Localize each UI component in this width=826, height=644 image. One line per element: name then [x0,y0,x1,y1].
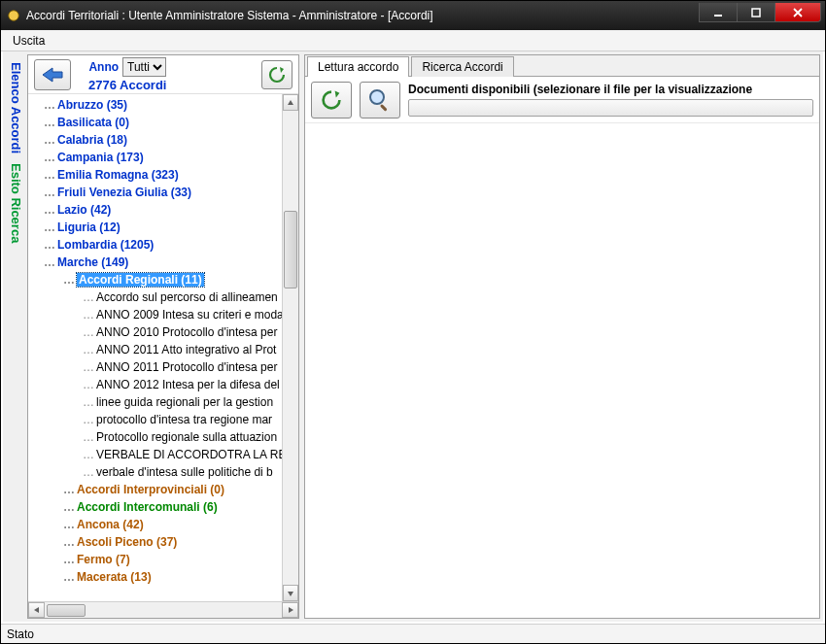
tree-item[interactable]: VERBALE DI ACCORDOTRA LA REGIO [30,446,282,463]
scroll-up-icon[interactable] [283,94,298,111]
tab-ricerca-accordi[interactable]: Ricerca Accordi [411,56,513,77]
app-window: Accordi Territoriali : Utente Amministra… [0,0,826,644]
tree-item[interactable]: Abruzzo (35) [30,96,282,114]
svg-point-3 [370,90,384,104]
anno-label: Anno [88,60,119,74]
tree-horizontal-scrollbar[interactable] [28,601,298,618]
menu-uscita[interactable]: Uscita [7,32,51,50]
tree-item[interactable]: Marche (149) [30,254,282,271]
tree-item[interactable]: Fermo (7) [30,551,282,568]
status-label: Stato [7,627,34,641]
scroll-right-icon[interactable] [282,602,298,618]
vtab-elenco-accordi[interactable]: Elenco Accordi [8,58,24,157]
tree-item[interactable]: Emilia Romagna (323) [30,166,282,184]
refresh-icon [320,88,343,112]
tree-item[interactable]: Ancona (42) [30,516,282,533]
tree-item[interactable]: Liguria (12) [30,219,282,236]
tree-container: Abruzzo (35)Basilicata (0)Calabria (18)C… [28,94,298,601]
tree-item[interactable]: Friuli Venezia Giulia (33) [30,184,282,201]
documents-dropdown[interactable] [408,99,813,117]
tree-item[interactable]: Macerata (13) [30,568,282,586]
document-viewer [305,123,819,618]
tree-item[interactable]: Accordo sul percorso di allineamen [30,288,282,306]
tree-item[interactable]: verbale d'intesa sulle politiche di b [30,463,282,481]
minimize-button[interactable] [699,3,738,22]
svg-rect-1 [714,15,722,17]
back-button[interactable] [34,59,71,90]
titlebar: Accordi Territoriali : Utente Amministra… [1,1,825,30]
svg-point-0 [9,11,19,21]
window-title: Accordi Territoriali : Utente Amministra… [26,9,700,22]
tree-vertical-scrollbar[interactable] [282,94,298,601]
left-toolbar: Anno Tutti 2776 Accordi [28,55,298,94]
svg-rect-4 [380,104,388,112]
tree-item[interactable]: ANNO 2012 Intesa per la difesa del [30,376,282,393]
left-panel: Anno Tutti 2776 Accordi Abruzzo (35)Basi… [27,54,299,619]
anno-select[interactable]: Tutti [122,57,166,77]
tab-lettura-accordo[interactable]: Lettura accordo [307,56,409,77]
tree-item[interactable]: Accordi Intercomunali (6) [30,498,282,516]
tree-item[interactable]: Ascoli Piceno (37) [30,533,282,551]
documents-label: Documenti disponibili (selezionare il fi… [408,83,813,96]
refresh-document-button[interactable] [311,82,352,119]
tree-item[interactable]: Accordi Regionali (11) [30,271,282,288]
magnifier-icon [367,87,393,113]
window-controls [700,3,821,22]
content-area: Elenco Accordi Esito Ricerca Anno Tutti [1,51,825,624]
arrow-left-icon [39,65,66,85]
statusbar: Stato [1,624,825,643]
right-toolbar: Documenti disponibili (selezionare il fi… [305,77,819,123]
refresh-icon [267,65,287,85]
tree-item[interactable]: protocollo d'intesa tra regione mar [30,411,282,428]
tree-item[interactable]: Protocollo regionale sulla attuazion [30,428,282,446]
right-tabs: Lettura accordo Ricerca Accordi [305,55,819,77]
accordi-count: 2776 Accordi [88,78,166,92]
tree-item[interactable]: Calabria (18) [30,131,282,149]
tree[interactable]: Abruzzo (35)Basilicata (0)Calabria (18)C… [28,94,282,601]
right-panel: Lettura accordo Ricerca Accordi [304,54,820,619]
vertical-tabs: Elenco Accordi Esito Ricerca [6,54,25,619]
maximize-button[interactable] [737,3,775,22]
tree-item[interactable]: ANNO 2009 Intesa su criteri e moda [30,306,282,323]
scroll-left-icon[interactable] [28,602,45,618]
tree-item[interactable]: Lombardia (1205) [30,236,282,254]
tree-item[interactable]: Accordi Interprovinciali (0) [30,481,282,498]
scroll-thumb[interactable] [284,211,297,288]
close-button[interactable] [774,3,821,22]
tree-item[interactable]: ANNO 2011 Atto integrativo al Prot [30,341,282,358]
tree-item[interactable]: Lazio (42) [30,201,282,219]
tree-item[interactable]: ANNO 2011 Protocollo d'intesa per [30,358,282,376]
menubar: Uscita [1,30,825,51]
vtab-esito-ricerca[interactable]: Esito Ricerca [8,159,24,247]
tree-item[interactable]: linee guida regionali per la gestion [30,393,282,411]
scroll-down-icon[interactable] [283,585,298,601]
app-icon [7,9,20,22]
scroll-thumb-h[interactable] [47,604,86,617]
refresh-tree-button[interactable] [261,60,293,89]
tree-item[interactable]: Campania (173) [30,149,282,166]
svg-rect-2 [752,9,760,17]
tree-item[interactable]: Basilicata (0) [30,114,282,131]
tree-item[interactable]: ANNO 2010 Protocollo d'intesa per [30,323,282,341]
search-document-button[interactable] [360,82,400,119]
